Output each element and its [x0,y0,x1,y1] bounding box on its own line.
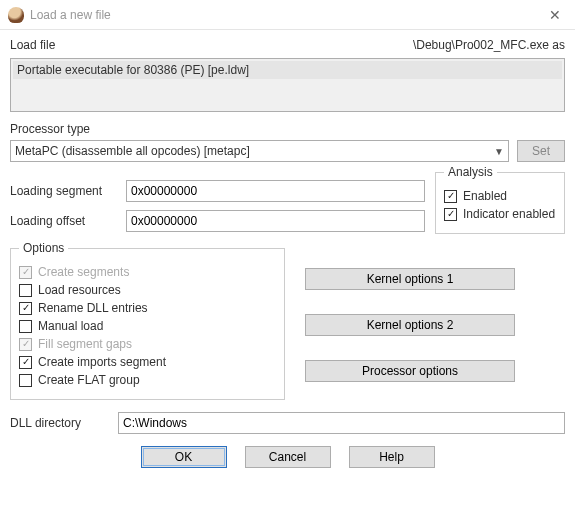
help-button[interactable]: Help [349,446,435,468]
processor-type-label: Processor type [10,122,565,136]
processor-options-button[interactable]: Processor options [305,360,515,382]
cancel-button[interactable]: Cancel [245,446,331,468]
indicator-label: Indicator enabled [463,207,555,221]
load-resources-checkbox[interactable] [19,284,32,297]
dll-directory-input[interactable] [118,412,565,434]
indicator-checkbox[interactable] [444,208,457,221]
loading-segment-label: Loading segment [10,184,126,198]
analysis-legend: Analysis [444,165,497,179]
enabled-checkbox[interactable] [444,190,457,203]
load-file-label: Load file [10,38,80,52]
options-legend: Options [19,241,68,255]
create-flat-label: Create FLAT group [38,373,140,387]
create-segments-checkbox [19,266,32,279]
manual-load-label: Manual load [38,319,103,333]
rename-dll-label: Rename DLL entries [38,301,148,315]
app-icon [8,7,24,23]
loading-segment-input[interactable] [126,180,425,202]
window-title: Load a new file [30,8,543,22]
loading-offset-input[interactable] [126,210,425,232]
close-icon[interactable]: ✕ [543,7,567,23]
analysis-fieldset: Analysis Enabled Indicator enabled [435,172,565,234]
file-type-list[interactable]: Portable executable for 80386 (PE) [pe.l… [10,58,565,112]
create-imports-label: Create imports segment [38,355,166,369]
load-resources-label: Load resources [38,283,121,297]
processor-type-combo[interactable]: MetaPC (disassemble all opcodes) [metapc… [10,140,509,162]
fill-gaps-checkbox [19,338,32,351]
fill-gaps-label: Fill segment gaps [38,337,132,351]
create-imports-checkbox[interactable] [19,356,32,369]
processor-type-value: MetaPC (disassemble all opcodes) [metapc… [15,144,250,158]
rename-dll-checkbox[interactable] [19,302,32,315]
list-item[interactable]: Portable executable for 80386 (PE) [pe.l… [13,61,562,79]
kernel-options-1-button[interactable]: Kernel options 1 [305,268,515,290]
manual-load-checkbox[interactable] [19,320,32,333]
load-file-path: \Debug\Pro002_MFC.exe as [413,38,565,52]
loading-offset-label: Loading offset [10,214,126,228]
create-segments-label: Create segments [38,265,129,279]
ok-button[interactable]: OK [141,446,227,468]
titlebar: Load a new file ✕ [0,0,575,30]
options-fieldset: Options Create segments Load resources R… [10,248,285,400]
set-button[interactable]: Set [517,140,565,162]
create-flat-checkbox[interactable] [19,374,32,387]
kernel-options-2-button[interactable]: Kernel options 2 [305,314,515,336]
chevron-down-icon: ▼ [494,146,504,157]
enabled-label: Enabled [463,189,507,203]
dll-directory-label: DLL directory [10,416,118,430]
